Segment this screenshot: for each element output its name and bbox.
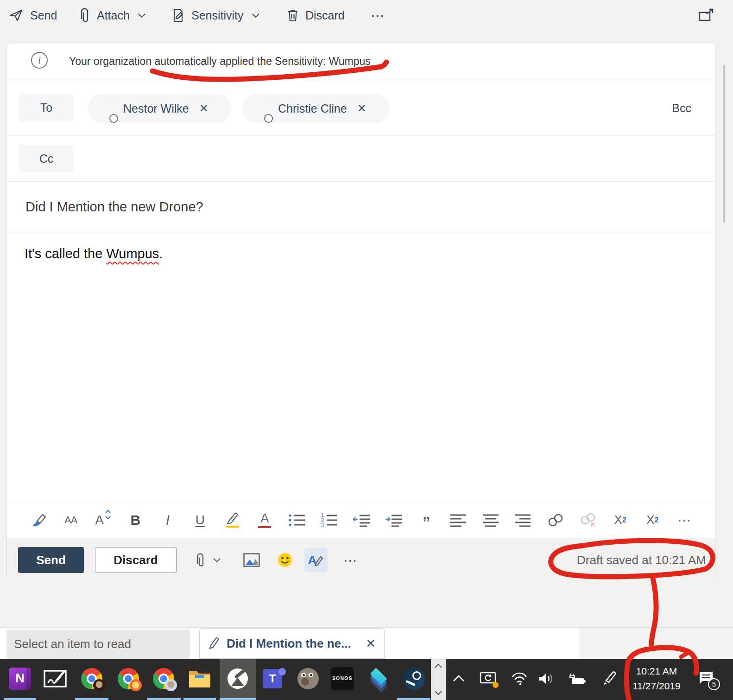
clock-time: 10:21 AM	[636, 664, 677, 679]
underline-button[interactable]: U	[190, 508, 210, 533]
insert-image-icon[interactable]	[243, 553, 260, 567]
send-button[interactable]: Send	[18, 547, 84, 573]
align-center-button[interactable]	[481, 508, 501, 533]
taskbar-chrome-profile-3[interactable]	[152, 659, 176, 698]
decrease-indent-button[interactable]	[352, 508, 372, 533]
bold-button[interactable]: B	[125, 508, 145, 533]
align-left-button[interactable]	[449, 508, 469, 533]
taskbar-scroll-strip[interactable]	[431, 659, 446, 700]
message-body[interactable]: It's called the Wumpus.	[7, 232, 715, 502]
taskbar-sonos[interactable]: SONOS	[330, 659, 354, 698]
recipient-chip[interactable]: Christie Cline ✕	[242, 94, 390, 123]
recipient-chip[interactable]: Nestor Wilke ✕	[88, 94, 231, 123]
more-actions-icon[interactable]: ⋯	[343, 552, 358, 568]
chevron-down-icon[interactable]	[213, 558, 221, 563]
chevron-down-icon	[138, 13, 146, 18]
taskbar-photos-active[interactable]	[220, 659, 256, 698]
align-right-button[interactable]	[513, 508, 533, 533]
steam-icon	[403, 668, 425, 690]
wifi-icon	[511, 672, 528, 686]
draft-message-tab[interactable]: Did I Mention the ne... ✕	[199, 628, 385, 659]
presence-indicator	[264, 114, 273, 123]
format-painter-button[interactable]	[28, 508, 49, 533]
photos-icon	[227, 668, 248, 689]
scroll-down-icon[interactable]	[434, 690, 442, 695]
taskbar-stack-app[interactable]	[366, 659, 391, 698]
outlook-compose-screen: Send Attach Sensitivity Discard ⋯ i Your…	[0, 0, 733, 700]
chrome-profile-badge	[165, 679, 177, 691]
taskbar-clock[interactable]: 10:21 AM 11/27/2019	[626, 659, 687, 698]
emoji-icon[interactable]	[278, 553, 292, 567]
action-center-icon: 5	[698, 670, 714, 687]
subject-input[interactable]: Did I Mention the new Drone?	[25, 199, 203, 215]
italic-button[interactable]: I	[158, 508, 178, 533]
highlight-button[interactable]	[222, 508, 243, 533]
cc-button[interactable]: Cc	[19, 145, 74, 172]
scroll-up-icon[interactable]	[434, 663, 442, 668]
close-draft-tab-icon[interactable]: ✕	[366, 636, 376, 651]
avatar	[244, 95, 270, 121]
gimp-icon	[297, 668, 319, 689]
chrome-icon	[118, 668, 139, 689]
taskbar-chrome-profile-1[interactable]	[80, 659, 104, 698]
compose-action-bar: Send Discard A ⋯ Draft saved at 10:21 AM	[7, 538, 715, 582]
more-icon: ⋯	[371, 7, 385, 24]
increase-indent-button[interactable]	[384, 508, 404, 533]
discard-label: Discard	[305, 9, 345, 22]
attach-file-icon[interactable]	[194, 553, 206, 567]
tray-wifi[interactable]	[508, 659, 531, 698]
bcc-button[interactable]: Bcc	[672, 101, 691, 115]
vertical-scrollbar[interactable]	[723, 65, 725, 223]
draft-saved-status: Draft saved at 10:21 AM	[577, 553, 706, 567]
running-indicator	[183, 698, 216, 700]
attach-command[interactable]: Attach	[78, 0, 146, 31]
remove-link-button[interactable]	[578, 508, 598, 533]
font-size-button[interactable]: A	[93, 508, 114, 533]
discard-button[interactable]: Discard	[95, 547, 177, 573]
compose-card: i Your organization automatically applie…	[6, 43, 716, 582]
quote-button[interactable]: ”	[416, 508, 436, 533]
taskbar-onenote[interactable]: N	[9, 659, 31, 698]
body-text: .	[159, 246, 163, 261]
bullet-list-button[interactable]	[287, 508, 307, 533]
tray-battery[interactable]	[565, 659, 589, 698]
remove-recipient-icon[interactable]: ✕	[355, 102, 368, 115]
tray-capture-app[interactable]	[476, 659, 499, 698]
to-button[interactable]: To	[19, 94, 74, 122]
chrome-icon	[153, 668, 174, 689]
chevron-up-icon	[453, 675, 465, 682]
subject-row[interactable]: Did I Mention the new Drone?	[7, 182, 715, 232]
taskbar-chrome-profile-2[interactable]	[116, 659, 140, 698]
chrome-icon	[81, 668, 102, 689]
draw-format-button[interactable]: A	[304, 548, 328, 572]
action-center-button[interactable]: 5	[692, 659, 720, 698]
taskbar-steam[interactable]	[402, 659, 426, 698]
show-hidden-icons[interactable]	[449, 659, 469, 698]
tray-pen[interactable]	[597, 659, 621, 698]
discard-command[interactable]: Discard	[286, 0, 345, 31]
popout-button[interactable]	[698, 0, 714, 31]
superscript-button[interactable]: X2	[610, 508, 631, 533]
taskbar-snip-sketch[interactable]	[43, 659, 67, 698]
running-indicator	[397, 698, 430, 700]
taskbar-teams[interactable]: T	[260, 659, 284, 698]
taskbar-gimp[interactable]	[297, 659, 320, 698]
misspelled-word[interactable]: Wumpus	[106, 246, 159, 261]
font-color-button[interactable]: A	[254, 508, 275, 533]
insert-link-button[interactable]	[545, 508, 566, 533]
speaker-icon	[538, 671, 556, 686]
remove-recipient-icon[interactable]: ✕	[197, 102, 210, 115]
subscript-button[interactable]: X2	[642, 508, 663, 533]
teams-icon: T	[263, 669, 282, 688]
taskbar-file-explorer[interactable]	[187, 659, 212, 698]
sensitivity-command[interactable]: Sensitivity	[171, 0, 260, 31]
send-command[interactable]: Send	[8, 0, 57, 31]
chrome-profile-badge	[93, 679, 105, 691]
numbered-list-button[interactable]: 123	[319, 508, 340, 533]
more-commands[interactable]: ⋯	[371, 0, 385, 31]
tray-volume[interactable]	[535, 659, 559, 698]
running-indicator	[4, 698, 36, 700]
more-formatting-icon[interactable]: ⋯	[675, 508, 695, 533]
font-button[interactable]: AA	[61, 508, 81, 533]
paperclip-icon	[78, 7, 91, 23]
